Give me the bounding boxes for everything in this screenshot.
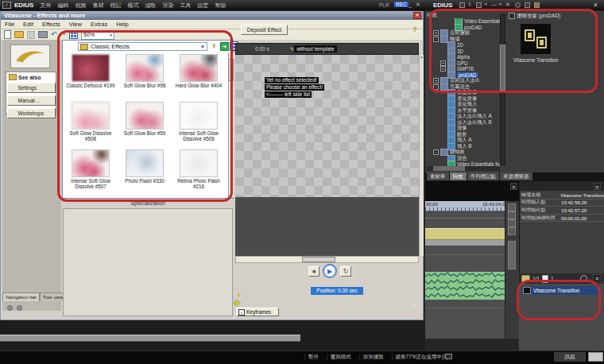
info-key: 時間軸持續時間	[520, 215, 561, 222]
vitascene-menu-item[interactable]: Edit	[23, 21, 33, 28]
see-also-title: See also	[18, 75, 41, 80]
menubar-item[interactable]: 編輯	[57, 2, 68, 10]
menubar-item[interactable]: 渲染	[162, 2, 173, 10]
info-key: 時間軸入點	[520, 199, 561, 206]
stop-button[interactable]: ■	[308, 266, 319, 277]
eye-icon[interactable]	[515, 2, 521, 8]
sidebar-link-button[interactable]: Workshops	[7, 108, 56, 118]
cut-icon[interactable]: ✕	[505, 2, 510, 8]
palette-tab[interactable]: 特效	[450, 172, 467, 180]
tree-expander-icon[interactable]	[440, 114, 446, 119]
tree-expander-icon[interactable]	[440, 120, 446, 126]
render-icon[interactable]	[38, 31, 48, 38]
preview-vscrollbar[interactable]: ▲	[419, 55, 424, 256]
annotation-effect-palette	[429, 9, 598, 93]
message-tab[interactable]: 訊息	[554, 352, 586, 362]
menubar-item[interactable]: 工具	[180, 2, 191, 10]
menubar-item[interactable]: 視圖	[75, 2, 86, 10]
keyframe-diamond-icon[interactable]: ◆	[234, 297, 240, 308]
clip-icon[interactable]	[476, 2, 482, 8]
sidebar-link-button[interactable]: Manual ...	[7, 95, 56, 106]
close-icon[interactable]: ✕	[413, 12, 421, 19]
tree-item[interactable]: 混合	[427, 156, 500, 162]
loop-button[interactable]: ↻	[340, 266, 351, 277]
menubar-item[interactable]: 標記	[110, 2, 121, 10]
new-icon[interactable]	[4, 30, 11, 39]
help-icon[interactable]: ?	[411, 25, 419, 33]
close-icon[interactable]: ✕	[593, 2, 598, 9]
vitascene-menu-item[interactable]: Effects	[42, 21, 60, 28]
audio-clip[interactable]	[425, 272, 505, 300]
close-icon[interactable]: ✕	[594, 183, 601, 190]
prodad-logo-swoosh	[11, 45, 49, 68]
vitascene-menu-item[interactable]: File	[5, 21, 14, 28]
lock-icon[interactable]	[534, 2, 540, 8]
tree-expander-icon[interactable]	[440, 96, 446, 102]
player-mode-label[interactable]: PLR	[379, 2, 389, 8]
tree-expander-icon[interactable]	[440, 137, 446, 143]
vitascene-menu-item[interactable]: Extras	[91, 21, 107, 28]
menubar-item[interactable]: 擷取	[145, 2, 156, 10]
tree-expander-icon[interactable]	[440, 126, 446, 131]
info-row: 轉場名稱 Vitascene Transition	[520, 192, 604, 199]
sidebar-link-button[interactable]: Settings	[7, 83, 56, 93]
info-row: 時間軸持續時間 00:00:01;00	[520, 215, 604, 223]
deposit-effect-button[interactable]: Deposit Effect	[241, 25, 288, 35]
tree-expander-icon[interactable]	[440, 108, 446, 114]
keyframes-toggle[interactable]: ✓ Keyframes	[236, 308, 279, 316]
keyframe-diamond-outline-icon[interactable]: ◇	[412, 302, 417, 309]
tree-expander-icon[interactable]	[440, 156, 446, 161]
preview-hscrollbar-thumb[interactable]	[302, 257, 335, 262]
track-button[interactable]	[508, 219, 516, 227]
track-button[interactable]	[508, 203, 516, 211]
minimize-icon[interactable]: _	[408, 2, 412, 7]
checkbox-icon[interactable]: ✓	[238, 309, 245, 316]
save-icon[interactable]	[27, 31, 35, 39]
preview-canvas[interactable]	[235, 55, 419, 197]
vitascene-menu-item[interactable]: View	[69, 21, 82, 28]
track-panel-buttons	[505, 201, 519, 339]
keyframes-label: Keyframes	[246, 309, 271, 315]
folder-icon[interactable]	[459, 2, 465, 8]
track-button[interactable]	[508, 227, 516, 235]
video-clip[interactable]	[425, 228, 505, 240]
info-table: 轉場名稱 Vitascene Transition 時間軸入點 15:42:56…	[520, 192, 604, 222]
play-button[interactable]: ▶	[323, 264, 337, 278]
status-dot	[7, 305, 13, 311]
chevron-down-icon[interactable]: ▾	[485, 2, 487, 6]
menubar-item[interactable]: 文件	[40, 2, 51, 10]
chevron-down-icon[interactable]: ▾	[499, 2, 501, 6]
link-icon	[10, 98, 16, 103]
mixer-strip[interactable]	[425, 240, 505, 246]
track-button[interactable]	[508, 211, 516, 219]
prodad-logo	[10, 45, 50, 68]
vitascene-menu-item[interactable]: Help	[116, 21, 128, 28]
tree-hscrollbar-thumb[interactable]	[433, 166, 465, 171]
palette-tabs: 素材庫特效序列標記點來源瀏覽器	[425, 172, 604, 181]
recorder-mode-badge[interactable]: REC	[394, 2, 408, 7]
palette-tab[interactable]: 來源瀏覽器	[500, 172, 532, 180]
text-tool-icon[interactable]: t	[469, 2, 470, 7]
menubar-item[interactable]: 素材	[92, 2, 103, 10]
track-vscrollbar-thumb[interactable]	[508, 241, 516, 269]
link-label: Workshops	[18, 110, 44, 116]
timeline-hscrollbar[interactable]	[0, 335, 300, 342]
menubar-item[interactable]: 設定	[197, 2, 208, 10]
open-icon[interactable]	[14, 31, 24, 38]
menubar-item[interactable]: 幫助	[215, 2, 226, 10]
menubar-item[interactable]: 模式	[127, 2, 138, 10]
right-window-title: EDIUS	[433, 2, 452, 9]
tree-expander-icon[interactable]	[440, 102, 446, 107]
info-key: 轉場名稱	[520, 192, 560, 199]
palette-tab[interactable]: 素材庫	[427, 172, 449, 180]
palette-tab[interactable]: 序列標記點	[467, 172, 500, 180]
tree-expander-icon[interactable]	[440, 132, 446, 137]
tab-navigation-bar[interactable]: Navigation bar	[2, 292, 40, 301]
vitascene-titlebar[interactable]: Vitascene - Effects and more	[1, 11, 423, 20]
timeline-tracks[interactable]	[425, 211, 505, 339]
close-icon[interactable]: ✕	[416, 2, 420, 8]
layout-icon[interactable]	[525, 2, 530, 8]
close-icon[interactable]: ✕	[510, 183, 517, 190]
tree-expander-icon[interactable]: -	[433, 149, 439, 155]
undo-icon[interactable]: ↶	[51, 31, 57, 38]
